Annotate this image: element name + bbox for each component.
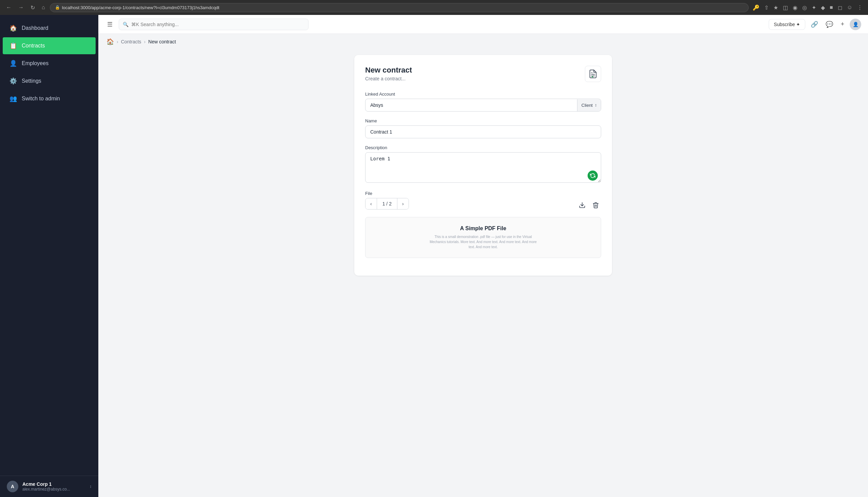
form-header-text: New contract Create a contract... (365, 66, 412, 81)
avatar: A (7, 481, 18, 492)
linked-account-value: Absys (366, 99, 577, 111)
user-info: Acme Corp 1 alex.martinez@absys.co... (23, 481, 85, 492)
download-button[interactable] (577, 200, 587, 212)
link-button[interactable]: 🔗 (809, 19, 820, 30)
subscribe-label: Subscribe ✦ (774, 22, 800, 27)
ext7-icon[interactable]: ◻ (837, 3, 843, 12)
ext1-icon[interactable]: ◫ (782, 3, 789, 12)
user-name: Acme Corp 1 (23, 481, 85, 487)
linked-account-label: Linked Account (365, 91, 601, 97)
file-actions (577, 200, 601, 212)
ext3-icon[interactable]: ◎ (801, 3, 808, 12)
search-container: 🔍 (119, 19, 309, 30)
next-page-button[interactable]: › (397, 198, 409, 209)
dashboard-icon: 🏠 (10, 25, 17, 32)
page-scroll: New contract Create a contract... (98, 49, 868, 497)
star-icon[interactable]: ★ (772, 3, 780, 12)
breadcrumb-contracts[interactable]: Contracts (121, 39, 141, 44)
browser-chrome: ← → ↻ ⌂ 🔒 localhost:3000/app/acme-corp-1… (0, 0, 868, 15)
browser-action-icons: 🔑 ⇧ ★ ◫ ◉ ◎ ✦ ◆ ■ ◻ ☺ ⋮ (751, 3, 864, 12)
linked-account-badge[interactable]: Client ↕ (577, 99, 601, 111)
ext6-icon[interactable]: ■ (828, 3, 835, 12)
url-bar[interactable]: 🔒 localhost:3000/app/acme-corp-1/contrac… (50, 3, 749, 12)
file-group: File ‹ 1 / 2 › (365, 191, 601, 258)
description-textarea[interactable]: Lorem 1 (365, 152, 601, 183)
sidebar-label-settings: Settings (22, 78, 41, 84)
name-input[interactable] (365, 125, 601, 138)
delete-button[interactable] (590, 200, 601, 212)
sidebar-label-dashboard: Dashboard (22, 25, 48, 31)
user-email: alex.martinez@absys.co... (23, 487, 85, 492)
prev-page-button[interactable]: ‹ (366, 198, 377, 209)
home-breadcrumb-icon[interactable]: 🏠 (106, 38, 114, 45)
sidebar-nav: 🏠 Dashboard 📋 Contracts 👤 Employees ⚙️ S… (0, 15, 98, 475)
form-header: New contract Create a contract... (365, 66, 601, 82)
home-browser-button[interactable]: ⌂ (40, 3, 47, 12)
sidebar-user-section[interactable]: A Acme Corp 1 alex.martinez@absys.co... … (0, 475, 98, 497)
textarea-wrapper: Lorem 1 (365, 152, 601, 184)
ext4-icon[interactable]: ✦ (810, 3, 817, 12)
top-bar-actions: Subscribe ✦ 🔗 💬 + 👤 (769, 19, 861, 30)
sidebar-item-contracts[interactable]: 📋 Contracts (3, 37, 96, 54)
subscribe-button[interactable]: Subscribe ✦ (769, 19, 805, 30)
employees-icon: 👤 (10, 60, 17, 67)
share-icon[interactable]: ⇧ (763, 3, 770, 12)
sidebar-item-switch-admin[interactable]: 👥 Switch to admin (3, 90, 96, 107)
ext2-icon[interactable]: ◉ (792, 3, 799, 12)
top-bar: ☰ 🔍 Subscribe ✦ 🔗 💬 + 👤 (98, 15, 868, 34)
form-subtitle: Create a contract... (365, 76, 412, 81)
settings-icon: ⚙️ (10, 77, 17, 85)
expand-icon: ↕ (89, 484, 91, 489)
ai-assist-button[interactable] (587, 171, 598, 181)
contracts-icon: 📋 (10, 42, 17, 49)
search-icon: 🔍 (123, 22, 128, 27)
sidebar-item-dashboard[interactable]: 🏠 Dashboard (3, 20, 96, 37)
sidebar-label-employees: Employees (22, 60, 48, 67)
description-label: Description (365, 145, 601, 150)
breadcrumb-new-contract: New contract (148, 39, 176, 44)
breadcrumb-sep-2: › (144, 39, 146, 44)
search-input[interactable] (119, 19, 309, 30)
pdf-preview: A Simple PDF File This is a small demons… (365, 217, 601, 258)
sidebar-label-switch-admin: Switch to admin (22, 96, 60, 102)
pdf-title: A Simple PDF File (460, 225, 506, 231)
linked-account-group: Linked Account Absys Client ↕ (365, 91, 601, 112)
form-title: New contract (365, 66, 412, 74)
badge-chevron-icon: ↕ (595, 103, 597, 108)
add-button[interactable]: + (839, 19, 846, 30)
file-header-row: ‹ 1 / 2 › (365, 198, 601, 214)
linked-account-field[interactable]: Absys Client ↕ (365, 99, 601, 112)
form-document-icon (585, 66, 601, 82)
file-navigation: ‹ 1 / 2 › (365, 198, 409, 210)
sidebar-item-settings[interactable]: ⚙️ Settings (3, 73, 96, 89)
key-icon[interactable]: 🔑 (751, 3, 761, 12)
user-avatar-top[interactable]: 👤 (850, 19, 861, 30)
description-group: Description Lorem 1 (365, 145, 601, 184)
forward-button[interactable]: → (16, 3, 26, 12)
badge-label: Client (582, 103, 593, 108)
breadcrumb-sep-1: › (117, 39, 118, 44)
url-text: localhost:3000/app/acme-corp-1/contracts… (62, 5, 219, 10)
ext5-icon[interactable]: ◆ (820, 3, 826, 12)
form-card: New contract Create a contract... (354, 55, 612, 275)
hamburger-button[interactable]: ☰ (105, 19, 115, 30)
user-profile-icon[interactable]: ☺ (845, 3, 854, 12)
page-indicator: 1 / 2 (377, 198, 397, 209)
sidebar-label-contracts: Contracts (22, 43, 45, 49)
breadcrumb: 🏠 › Contracts › New contract (98, 34, 868, 49)
sidebar-item-employees[interactable]: 👤 Employees (3, 55, 96, 72)
menu-dots-icon[interactable]: ⋮ (856, 3, 864, 12)
main-content: ☰ 🔍 Subscribe ✦ 🔗 💬 + 👤 🏠 › Contracts › … (98, 15, 868, 497)
pdf-text: This is a small demonstration .pdf file … (429, 234, 537, 250)
sidebar: 🏠 Dashboard 📋 Contracts 👤 Employees ⚙️ S… (0, 15, 98, 497)
back-button[interactable]: ← (4, 3, 14, 12)
file-label: File (365, 191, 601, 196)
name-group: Name (365, 118, 601, 138)
refresh-button[interactable]: ↻ (28, 3, 37, 12)
switch-admin-icon: 👥 (10, 95, 17, 102)
name-label: Name (365, 118, 601, 124)
comment-button[interactable]: 💬 (824, 19, 835, 30)
